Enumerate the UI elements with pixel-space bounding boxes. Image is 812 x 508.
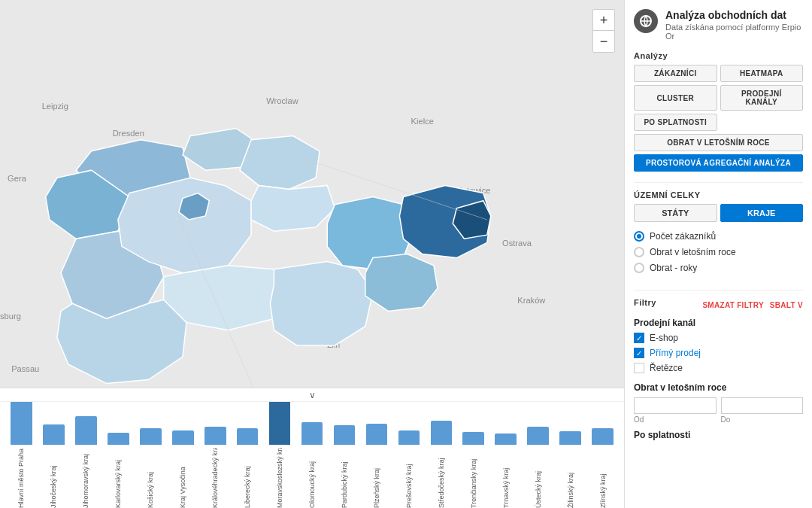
smazat-filtry-link[interactable]: SMAZAT FILTRY xyxy=(702,301,763,309)
bar-label: Středočeský kraj xyxy=(438,448,445,508)
svg-text:Ostrava: Ostrava xyxy=(502,239,532,248)
obrat-do-label: Do xyxy=(721,415,804,424)
btn-cluster[interactable]: CLUSTER xyxy=(634,85,717,111)
checkbox-retezce-box xyxy=(634,363,644,373)
radio-group: Počet zákazníků Obrat v letošním roce Ob… xyxy=(634,231,803,273)
btn-staty[interactable]: STÁTY xyxy=(634,204,717,222)
bar-label: Pardubický kraj xyxy=(341,448,348,508)
bar-rect xyxy=(269,402,291,445)
bar-col[interactable]: Moravskoslezský kraj xyxy=(265,402,295,508)
bar-toggle[interactable]: ∨ xyxy=(0,388,624,402)
uzemni-celky-options: STÁTY KRAJE xyxy=(634,204,803,222)
btn-zakaznici[interactable]: ZÁKAZNÍCI xyxy=(634,65,717,82)
bar-label: Plzeňský kraj xyxy=(373,448,380,508)
bar-col[interactable]: Zlínský kraj xyxy=(587,428,618,508)
zoom-in-button[interactable]: + xyxy=(593,10,614,31)
svg-text:Leipzig: Leipzig xyxy=(42,102,68,111)
po-splatnosti-label: Po splatnosti xyxy=(634,430,803,440)
btn-kraje[interactable]: KRAJE xyxy=(720,204,804,222)
zoom-controls[interactable]: + − xyxy=(592,9,615,53)
bar-col[interactable]: Liberecký kraj xyxy=(232,428,263,508)
bar-label: Královéhradecký kraj xyxy=(211,448,219,508)
bar-rect xyxy=(431,421,453,445)
prodejni-kanal-label: Prodejní kanál xyxy=(634,318,803,328)
bar-label: Trenčiansky kraj xyxy=(470,448,477,508)
bar-col[interactable]: Kraj Vysočina xyxy=(168,430,198,508)
prodejni-kanal-options: E-shop Přímý prodej Řetězce xyxy=(634,333,803,373)
analyses-label: Analýzy xyxy=(634,51,803,60)
bar-rect xyxy=(172,430,194,445)
bar-col[interactable]: Karlovarský kraj xyxy=(103,433,134,508)
bar-col[interactable]: Hlavní město Praha xyxy=(6,402,37,508)
bar-col[interactable]: Středočeský kraj xyxy=(426,421,456,508)
radio-circle-roky xyxy=(634,263,644,273)
radio-obrat-roky[interactable]: Obrat - roky xyxy=(634,263,803,273)
radio-pocet-zakazniku[interactable]: Počet zákazníků xyxy=(634,231,803,242)
bar-col[interactable]: Plzeňský kraj xyxy=(361,424,392,508)
panel-header: Analýza obchodních dat Data získána pomo… xyxy=(634,9,803,41)
bar-label: Košický kraj xyxy=(147,448,154,508)
filtry-header: Filtry SMAZAT FILTRY SBALT V xyxy=(634,298,803,312)
obrat-range: Od Do xyxy=(634,397,803,424)
svg-text:sburg: sburg xyxy=(0,312,21,321)
checkbox-eshop[interactable]: E-shop xyxy=(634,333,803,343)
bar-col[interactable]: Trenčiansky kraj xyxy=(458,432,489,508)
bar-rect xyxy=(205,427,226,445)
bar-rect xyxy=(495,433,517,445)
bar-label: Hlavní město Praha xyxy=(17,448,25,508)
bar-col[interactable]: Košický kraj xyxy=(135,428,166,508)
filtry-label: Filtry xyxy=(634,298,656,307)
svg-text:Kielce: Kielce xyxy=(411,117,434,126)
sbalt-link[interactable]: SBALT V xyxy=(770,301,803,309)
checkbox-primy-prodej[interactable]: Přímý prodej xyxy=(634,348,803,358)
obrat-od-input[interactable] xyxy=(634,397,717,414)
bar-col[interactable]: Královéhradecký kraj xyxy=(200,427,231,508)
bar-label: Trnavský kraj xyxy=(502,448,510,508)
btn-obrat-letosni[interactable]: OBRAT V LETOŠNÍM ROCE xyxy=(634,134,803,151)
btn-heatmapa[interactable]: HEATMAPA xyxy=(720,65,804,82)
checkbox-retezce[interactable]: Řetězce xyxy=(634,363,803,373)
bar-rect xyxy=(75,416,97,445)
panel-header-text: Analýza obchodních dat Data získána pomo… xyxy=(665,9,803,41)
bar-label: Jihomoravský kraj xyxy=(82,448,89,508)
bar-col[interactable]: Prešovský kraj xyxy=(393,430,424,508)
svg-text:Wroclaw: Wroclaw xyxy=(266,96,298,105)
bar-label: Olomoucký kraj xyxy=(308,448,316,508)
radio-label-pocet: Počet zákazníků xyxy=(650,231,716,242)
svg-text:Kraków: Kraków xyxy=(517,296,546,305)
obrat-filter-label: Obrat v letošním roce xyxy=(634,382,803,393)
svg-marker-29 xyxy=(365,254,438,312)
app-icon xyxy=(634,9,658,33)
filtry-actions: SMAZAT FILTRY SBALT V xyxy=(702,301,803,309)
bar-rect xyxy=(527,427,549,445)
bar-col[interactable]: Olomoucký kraj xyxy=(297,422,328,508)
zoom-out-button[interactable]: − xyxy=(593,31,614,52)
bar-rect xyxy=(592,428,614,445)
bar-label: Ústecký kraj xyxy=(535,448,542,508)
bar-col[interactable]: Žilinský kraj xyxy=(555,431,586,508)
bar-label: Žilinský kraj xyxy=(567,448,574,508)
svg-text:Passau: Passau xyxy=(11,364,39,373)
bar-col[interactable]: Jihočeský kraj xyxy=(38,424,69,508)
bar-rect xyxy=(559,431,581,445)
checkbox-primy-box xyxy=(634,348,644,358)
bar-rect xyxy=(11,402,32,445)
svg-text:Gera: Gera xyxy=(8,174,27,183)
bar-rect xyxy=(398,430,420,445)
panel-subtitle: Data získána pomocí platformy Erpio Or xyxy=(665,23,803,41)
obrat-do-input[interactable] xyxy=(721,397,804,414)
bar-col[interactable]: Pardubický kraj xyxy=(329,425,360,508)
btn-po-splatnosti[interactable]: PO SPLATNOSTI xyxy=(634,114,717,131)
bar-col[interactable]: Trnavský kraj xyxy=(490,433,521,508)
bar-rect xyxy=(43,424,65,445)
bar-col[interactable]: Jihomoravský kraj xyxy=(71,416,102,508)
radio-obrat-letosni[interactable]: Obrat v letošním roce xyxy=(634,247,803,257)
svg-text:Dresden: Dresden xyxy=(113,129,144,138)
map-area[interactable]: Leipzig Dresden Gera Wroclaw Kielce Kato… xyxy=(0,0,624,508)
bar-label: Karlovarský kraj xyxy=(114,448,122,508)
bar-col[interactable]: Ústecký kraj xyxy=(523,427,553,508)
btn-prostorova[interactable]: PROSTOROVÁ AGREGAČNÍ ANALÝZA xyxy=(634,154,803,172)
btn-prodejni-kanaly[interactable]: PRODEJNÍ KANÁLY xyxy=(720,85,804,111)
obrat-od-label: Od xyxy=(634,415,717,424)
checkbox-retezce-label: Řetězce xyxy=(650,363,683,373)
